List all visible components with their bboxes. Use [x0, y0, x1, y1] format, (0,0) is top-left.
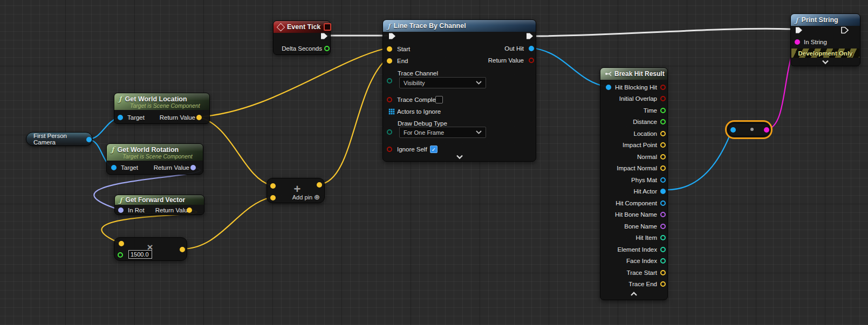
- pin-row: Hit Component: [600, 197, 667, 209]
- conversion-input-pin[interactable]: [730, 127, 736, 133]
- exec-in-pin-icon[interactable]: [388, 33, 396, 40]
- element-index-pin[interactable]: [660, 247, 666, 252]
- distance-pin[interactable]: [660, 119, 666, 125]
- print-string-header[interactable]: ƒ Print String: [791, 14, 860, 26]
- conversion-output-pin[interactable]: [764, 127, 769, 133]
- trace-complex-pin[interactable]: [387, 97, 392, 102]
- wire-hitactor-to-conversion[interactable]: [664, 131, 732, 190]
- end-pin[interactable]: [387, 58, 392, 64]
- exec-out-pin-icon[interactable]: [320, 33, 328, 40]
- node-get-world-rotation[interactable]: ƒ Get World Rotation Target is Scene Com…: [106, 143, 203, 175]
- add-pin-button[interactable]: Add pin ⊕: [292, 193, 320, 201]
- get-world-location-header[interactable]: ƒ Get World Location Target is Scene Com…: [114, 93, 209, 110]
- pin-row: Impact Point: [600, 140, 667, 151]
- ignore-self-checkbox[interactable]: ✓: [430, 146, 438, 153]
- node-add[interactable]: + Add pin ⊕: [266, 178, 325, 203]
- trace-complex-checkbox[interactable]: [435, 96, 443, 103]
- pin-label: In Rot: [128, 207, 145, 213]
- multiply-input-a-pin[interactable]: [119, 241, 124, 246]
- impact-normal-pin[interactable]: [660, 165, 666, 171]
- array-pin-icon[interactable]: [389, 109, 395, 115]
- return-value-pin[interactable]: [196, 115, 202, 120]
- trace-start-pin[interactable]: [660, 270, 666, 275]
- add-input-b-pin[interactable]: [270, 195, 276, 200]
- bone-name-pin[interactable]: [660, 224, 666, 229]
- return-value-pin[interactable]: [187, 208, 192, 213]
- wire-trace-to-print-exec[interactable]: [535, 29, 791, 36]
- wire-outhit-to-break[interactable]: [532, 48, 607, 87]
- target-pin[interactable]: [111, 165, 117, 170]
- draw-debug-type-pin[interactable]: [387, 129, 392, 135]
- impact-point-pin[interactable]: [660, 142, 666, 148]
- location-pin[interactable]: [660, 131, 666, 136]
- return-value-pin[interactable]: [190, 165, 196, 170]
- node-break-hit-result[interactable]: Break Hit Result Hit Blocking HitInitial…: [600, 67, 668, 300]
- in-rot-pin[interactable]: [118, 208, 124, 213]
- draw-debug-type-dropdown[interactable]: For One Frame: [399, 127, 486, 138]
- trace-end-pin[interactable]: [660, 281, 666, 287]
- add-output-pin[interactable]: [317, 182, 322, 188]
- wire-location-to-add[interactable]: [198, 117, 271, 185]
- exec-out-pin-icon[interactable]: [841, 27, 849, 34]
- pin-label: Start: [397, 46, 410, 52]
- camera-output-pin[interactable]: [86, 137, 92, 142]
- node-multiply[interactable]: ×: [114, 237, 187, 261]
- in-string-pin[interactable]: [795, 39, 800, 45]
- conversion-dot-icon: [750, 128, 754, 131]
- out-hit-pin[interactable]: [529, 46, 534, 51]
- node-first-person-camera[interactable]: First Person Camera: [26, 132, 93, 146]
- multiply-input-b-pin[interactable]: [118, 252, 123, 258]
- ignore-self-pin[interactable]: [387, 147, 392, 152]
- pin-row: Time: [600, 105, 667, 116]
- function-icon: ƒ: [387, 22, 391, 30]
- collapse-chevron-icon[interactable]: [822, 60, 829, 65]
- hit-component-pin[interactable]: [660, 200, 666, 206]
- node-line-trace-by-channel[interactable]: ƒ Line Trace By Channel Start End Out Hi…: [382, 19, 536, 162]
- exec-out-pin-icon[interactable]: [526, 33, 534, 40]
- return-value-pin[interactable]: [529, 58, 534, 63]
- trace-channel-dropdown[interactable]: Visibility: [399, 77, 486, 88]
- pin-label: Trace Start: [627, 269, 657, 276]
- expand-chevron-icon[interactable]: [630, 292, 638, 296]
- pin-label: Out Hit: [504, 45, 524, 52]
- function-icon: ƒ: [119, 95, 122, 103]
- normal-pin[interactable]: [660, 154, 666, 160]
- node-title: Get World Location: [125, 95, 187, 103]
- trace-channel-pin[interactable]: [387, 78, 392, 84]
- node-event-tick[interactable]: Event Tick Delta Seconds: [273, 20, 331, 55]
- pin-label: Hit Actor: [634, 188, 657, 195]
- hit-bone-name-pin[interactable]: [660, 212, 666, 217]
- break-struct-icon: [605, 71, 612, 77]
- blocking-hit-pin[interactable]: [660, 85, 666, 90]
- node-get-world-location[interactable]: ƒ Get World Location Target is Scene Com…: [114, 93, 210, 124]
- get-forward-vector-header[interactable]: ƒ Get Forward Vector: [115, 195, 204, 205]
- multiply-output-pin[interactable]: [180, 247, 185, 252]
- exec-in-pin-icon[interactable]: [795, 27, 803, 34]
- wire-add-to-end[interactable]: [320, 60, 385, 184]
- add-input-a-pin[interactable]: [270, 183, 276, 189]
- graph-canvas[interactable]: Event Tick Delta Seconds ƒ Line Trace By…: [0, 0, 868, 325]
- pin-label: Normal: [637, 154, 657, 160]
- get-world-rotation-header[interactable]: ƒ Get World Rotation Target is Scene Com…: [107, 144, 203, 161]
- line-trace-header[interactable]: ƒ Line Trace By Channel: [383, 20, 536, 32]
- time-pin[interactable]: [660, 108, 666, 113]
- node-print-string[interactable]: ƒ Print String In String Development Onl…: [790, 13, 860, 66]
- break-hit-output-pins: Blocking HitInitial OverlapTimeDistanceL…: [600, 81, 667, 290]
- node-to-string-conversion[interactable]: [728, 123, 770, 136]
- face-index-pin[interactable]: [660, 258, 666, 264]
- pin-label: Trace End: [628, 281, 657, 287]
- collapse-chevron-icon[interactable]: [456, 155, 463, 160]
- hit-item-pin[interactable]: [660, 235, 666, 240]
- start-pin[interactable]: [387, 46, 392, 52]
- delta-seconds-pin[interactable]: [324, 46, 330, 51]
- wire-location-to-start[interactable]: [198, 49, 385, 117]
- hit-actor-pin[interactable]: [660, 189, 666, 194]
- break-hit-result-header[interactable]: Break Hit Result: [600, 68, 667, 80]
- phys-mat-pin[interactable]: [660, 177, 666, 183]
- target-pin[interactable]: [118, 115, 123, 120]
- node-title: Break Hit Result: [614, 70, 665, 78]
- node-get-forward-vector[interactable]: ƒ Get Forward Vector In Rot Return Value: [114, 195, 204, 215]
- event-tick-header[interactable]: Event Tick: [274, 21, 330, 33]
- pin-row: Location: [600, 128, 667, 140]
- initial-overlap-pin[interactable]: [660, 96, 666, 101]
